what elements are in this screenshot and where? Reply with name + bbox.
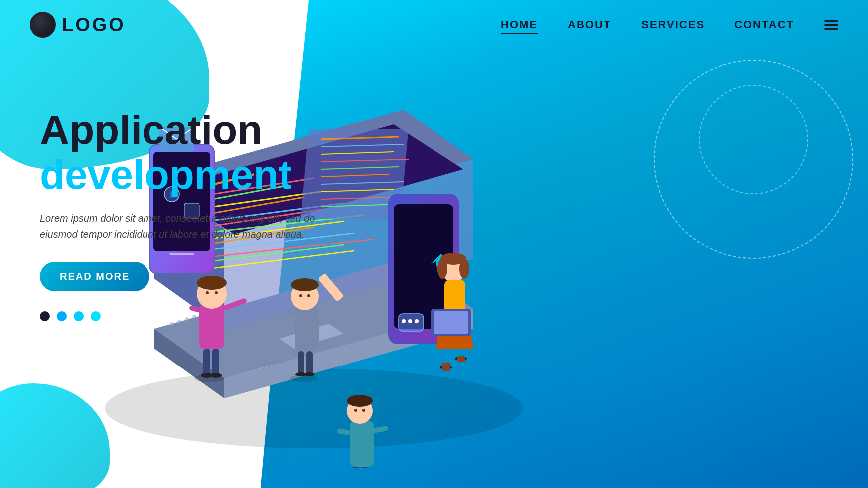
svg-point-50 (415, 319, 419, 323)
svg-point-48 (402, 319, 406, 323)
dot-3[interactable] (74, 311, 84, 321)
carousel-dots (40, 311, 329, 321)
logo-text: LOGO (62, 14, 126, 36)
svg-point-56 (210, 373, 222, 378)
read-more-button[interactable]: READ MORE (40, 262, 149, 291)
dot-1[interactable] (40, 311, 50, 321)
hamburger-icon[interactable] (824, 20, 838, 30)
svg-point-97 (347, 395, 373, 407)
nav-link-services[interactable]: SERVICES (641, 18, 705, 31)
dashed-circle-small (699, 85, 808, 194)
hero-content: Application development Lorem ipsum dolo… (40, 110, 329, 321)
svg-rect-83 (434, 311, 468, 334)
logo-area: LOGO (30, 12, 126, 38)
nav-item-home[interactable]: HOME (501, 18, 538, 31)
nav-link-about[interactable]: ABOUT (568, 18, 611, 31)
hero-description: Lorem ipsum dolor sit amet, consectetur … (40, 210, 329, 242)
dot-4[interactable] (91, 311, 101, 321)
hero-heading-line1: Application (40, 110, 329, 150)
navbar: LOGO HOME ABOUT SERVICES CONTACT (0, 0, 868, 50)
svg-point-98 (354, 409, 357, 412)
logo-icon (30, 12, 56, 38)
svg-rect-65 (298, 351, 304, 376)
svg-point-49 (408, 319, 412, 323)
nav-item-services[interactable]: SERVICES (641, 18, 705, 31)
nav-item-contact[interactable]: CONTACT (734, 18, 794, 31)
svg-point-79 (459, 259, 469, 279)
nav-link-contact[interactable]: CONTACT (734, 18, 794, 31)
dot-2[interactable] (57, 311, 67, 321)
nav-link-home[interactable]: HOME (501, 18, 538, 34)
svg-point-78 (437, 259, 447, 279)
svg-point-68 (304, 372, 315, 376)
hamburger-menu[interactable] (824, 20, 838, 30)
nav-item-about[interactable]: ABOUT (568, 18, 611, 31)
svg-rect-53 (203, 349, 210, 376)
svg-point-99 (362, 409, 365, 412)
svg-rect-54 (212, 349, 219, 376)
svg-rect-93 (350, 421, 374, 467)
hero-heading-line2: development (40, 154, 329, 195)
svg-rect-66 (306, 351, 313, 376)
nav-links: HOME ABOUT SERVICES CONTACT (501, 18, 838, 31)
svg-rect-87 (457, 356, 465, 362)
svg-rect-86 (442, 363, 450, 371)
